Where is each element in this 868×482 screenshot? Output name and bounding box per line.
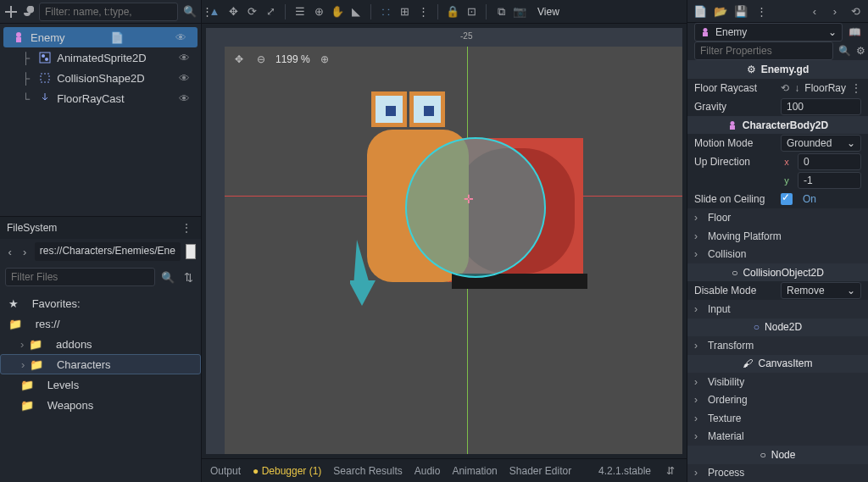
add-node-icon[interactable]: [5, 4, 17, 19]
favorites-item[interactable]: ★ Favorites:: [0, 293, 201, 313]
section-label: Collision: [708, 248, 746, 260]
history-icon[interactable]: ⟲: [848, 3, 863, 19]
override-camera-icon[interactable]: 📷: [512, 4, 527, 19]
pivot-icon[interactable]: ⊕: [311, 4, 326, 19]
nav-back-icon[interactable]: ‹: [5, 244, 14, 259]
select-tool-icon[interactable]: ▲: [207, 4, 222, 19]
viewport-2d[interactable]: -25 ✥ ⊖ 1199 % ⊕ ✛: [206, 28, 682, 454]
scene-tree-node-collision-shape[interactable]: ├ CollisionShape2D 👁: [0, 68, 201, 88]
zoom-percent[interactable]: 1199 %: [275, 53, 310, 65]
up-direction-x-field[interactable]: 0: [798, 153, 861, 170]
gravity-field[interactable]: 100: [781, 98, 861, 115]
history-forward-icon[interactable]: ›: [827, 3, 843, 19]
up-direction-y-field[interactable]: -1: [798, 172, 861, 189]
raycast-icon: [38, 91, 52, 105]
zoom-in-icon[interactable]: ⊕: [317, 52, 332, 67]
list-select-icon[interactable]: ☰: [292, 4, 308, 19]
folder-root[interactable]: 📁 res://: [0, 313, 201, 334]
expand-bottom-panel-icon[interactable]: ⇵: [663, 463, 678, 479]
section-ordering[interactable]: ›Ordering: [687, 391, 868, 409]
section-floor[interactable]: ›Floor: [687, 208, 868, 226]
snap-options-icon[interactable]: ⋮: [415, 4, 431, 19]
pan-tool-icon[interactable]: ✋: [330, 4, 345, 19]
filter-options-icon[interactable]: ⚙: [856, 43, 865, 58]
load-resource-icon[interactable]: 📂: [713, 3, 728, 19]
revert-icon[interactable]: ⟲: [781, 80, 789, 96]
tab-debugger[interactable]: ● Debugger (1): [253, 465, 321, 477]
section-texture[interactable]: ›Texture: [687, 409, 868, 427]
filesystem-more-icon[interactable]: ⋮: [179, 220, 194, 235]
section-transform[interactable]: ›Transform: [687, 336, 868, 354]
lock-icon[interactable]: 🔒: [445, 4, 460, 19]
section-material[interactable]: ›Material: [687, 428, 868, 446]
instance-scene-icon[interactable]: [22, 4, 34, 19]
inspector-more-icon[interactable]: ⋮: [754, 3, 769, 19]
visibility-icon[interactable]: 👁: [172, 72, 196, 85]
search-icon[interactable]: 🔍: [838, 43, 851, 58]
rotate-tool-icon[interactable]: ⟳: [244, 4, 259, 19]
search-icon[interactable]: 🔍: [183, 4, 197, 19]
sort-icon[interactable]: ⇅: [181, 269, 196, 285]
folder-characters[interactable]: › 📁 Characters: [0, 354, 201, 374]
section-process[interactable]: ›Process: [687, 464, 868, 482]
prop-more-icon[interactable]: ⋮: [851, 80, 861, 96]
preview-thumbnail[interactable]: [186, 244, 196, 259]
chevron-right-icon: ›: [694, 340, 703, 352]
class-header-canvasitem[interactable]: 🖌 CanvasItem: [687, 355, 868, 373]
class-header-node2d[interactable]: ○ Node2D: [687, 319, 868, 336]
section-input[interactable]: ›Input: [687, 300, 868, 318]
script-icon[interactable]: 📄: [105, 31, 129, 44]
visibility-icon[interactable]: 👁: [169, 31, 192, 44]
filesystem-filter-input[interactable]: [5, 268, 155, 286]
group-icon[interactable]: ⊡: [464, 4, 479, 19]
class-header-collisionobject2d[interactable]: ○ CollisionObject2D: [687, 263, 868, 281]
folder-weapons[interactable]: 📁 Weapons: [0, 395, 201, 415]
ruler-tool-icon[interactable]: ◣: [348, 4, 364, 19]
view-menu-button[interactable]: View: [531, 4, 566, 19]
tab-output[interactable]: Output: [210, 465, 241, 477]
grid-snap-icon[interactable]: ⊞: [397, 4, 412, 19]
skeleton-icon[interactable]: ⧉: [493, 4, 509, 19]
scene-tree-node-floor-raycast[interactable]: └ FloorRayCast 👁: [0, 88, 201, 108]
tab-audio[interactable]: Audio: [415, 465, 441, 477]
node-icon: ○: [760, 449, 766, 461]
node-label: CollisionShape2D: [57, 72, 144, 85]
slide-ceiling-checkbox[interactable]: [781, 193, 793, 205]
scene-tree-node-animated-sprite[interactable]: ├ AnimatedSprite2D 👁: [0, 47, 201, 68]
tab-animation[interactable]: Animation: [452, 465, 497, 477]
scene-tree-node-enemy[interactable]: Enemy 📄 👁: [3, 27, 198, 47]
smart-snap-icon[interactable]: ⸬: [378, 4, 393, 19]
folder-levels[interactable]: 📁 Levels: [0, 374, 201, 395]
visibility-icon[interactable]: 👁: [172, 52, 196, 64]
motion-mode-select[interactable]: Grounded ⌄: [781, 135, 861, 152]
folder-addons[interactable]: › 📁 addons: [0, 334, 201, 354]
svg-point-20: [730, 121, 734, 125]
section-moving-platform[interactable]: ›Moving Platform: [687, 227, 868, 245]
nav-forward-icon[interactable]: ›: [19, 244, 29, 259]
filesystem-path[interactable]: res://Characters/Enemies/Ene: [35, 242, 181, 261]
docs-icon[interactable]: 📖: [848, 25, 861, 40]
new-resource-icon[interactable]: 📄: [693, 3, 708, 19]
disable-mode-select[interactable]: Remove ⌄: [781, 282, 861, 299]
character-body-icon: [700, 27, 710, 37]
inspector-filter-input[interactable]: [694, 42, 833, 60]
script-header[interactable]: ⚙ Enemy.gd: [687, 60, 868, 78]
save-resource-icon[interactable]: 💾: [733, 3, 748, 19]
section-collision[interactable]: ›Collision: [687, 245, 868, 263]
visibility-icon[interactable]: 👁: [172, 92, 196, 105]
class-header-characterbody2d[interactable]: CharacterBody2D: [687, 116, 868, 134]
class-header-node[interactable]: ○ Node: [687, 446, 868, 463]
tab-shader-editor[interactable]: Shader Editor: [509, 465, 571, 477]
section-visibility[interactable]: ›Visibility: [687, 373, 868, 391]
scene-filter-input[interactable]: [39, 3, 178, 21]
center-view-icon[interactable]: ✥: [231, 52, 247, 67]
history-back-icon[interactable]: ‹: [807, 3, 822, 19]
scale-tool-icon[interactable]: ⤢: [263, 4, 278, 19]
zoom-out-icon[interactable]: ⊖: [253, 52, 269, 67]
tab-search-results[interactable]: Search Results: [333, 465, 402, 477]
prop-value[interactable]: FloorRay: [804, 82, 846, 94]
node-label: AnimatedSprite2D: [57, 52, 147, 64]
search-icon[interactable]: 🔍: [160, 269, 175, 285]
move-tool-icon[interactable]: ✥: [225, 4, 241, 19]
node-dropdown[interactable]: Enemy ⌄: [694, 23, 843, 42]
